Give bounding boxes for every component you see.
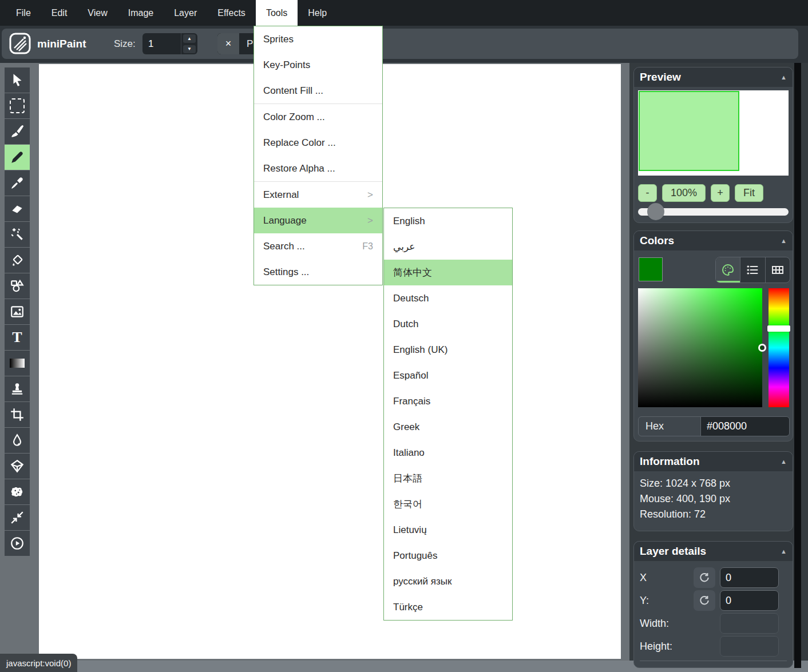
submenu-item-greek[interactable]: Greek (384, 414, 512, 440)
submenu-item-italiano[interactable]: Italiano (384, 440, 512, 466)
menu-view[interactable]: View (77, 0, 117, 26)
tool-select[interactable] (5, 67, 30, 93)
submenu-item-japanese[interactable]: 日本語 (384, 466, 512, 491)
submenu-item-label: Deutsch (393, 293, 429, 304)
submenu-item-deutsch[interactable]: Deutsch (384, 285, 512, 311)
submenu-item-arabic[interactable]: عربي (384, 234, 512, 260)
clear-button[interactable]: × (217, 33, 239, 54)
menu-item-search[interactable]: Search ...F3 (254, 233, 382, 259)
zoom-slider-thumb[interactable] (647, 203, 664, 220)
y-input[interactable] (720, 590, 779, 611)
menu-item-replace-color[interactable]: Replace Color ... (254, 130, 382, 156)
tool-resize[interactable] (5, 505, 30, 530)
menu-item-key-points[interactable]: Key-Points (254, 52, 382, 78)
submenu-item-label: English (393, 216, 425, 227)
preview-viewport[interactable] (638, 90, 789, 176)
tool-blur[interactable] (5, 428, 30, 453)
submenu-item-english-uk[interactable]: English (UK) (384, 337, 512, 363)
tool-desaturate[interactable] (5, 479, 30, 504)
menu-file[interactable]: File (6, 0, 41, 26)
x-reset-button[interactable] (694, 567, 715, 588)
tool-pencil[interactable] (5, 145, 30, 170)
size-input[interactable] (142, 33, 181, 54)
saturation-value-picker[interactable] (638, 288, 762, 407)
size-step-up-icon[interactable]: ▲ (183, 34, 196, 43)
size-control: ▲ ▼ (142, 33, 197, 54)
menu-item-external[interactable]: External> (254, 182, 382, 208)
y-label: Y: (640, 590, 649, 611)
tool-fill[interactable] (5, 248, 30, 273)
submenu-item-espanol[interactable]: Español (384, 363, 512, 388)
submenu-item-label: Türkçe (393, 602, 423, 613)
zoom-out-button[interactable]: - (638, 184, 657, 202)
collapse-arrow-icon[interactable]: ▲ (781, 548, 787, 555)
current-color-swatch[interactable] (639, 257, 663, 281)
submenu-item-label: Lietuvių (393, 524, 427, 536)
zoom-slider[interactable] (638, 208, 789, 216)
submenu-item-english[interactable]: English (384, 208, 512, 234)
tool-shapes[interactable] (5, 273, 30, 299)
hue-slider[interactable] (769, 288, 789, 407)
menu-item-settings[interactable]: Settings ... (254, 259, 382, 285)
menu-tools[interactable]: Tools (256, 0, 298, 26)
submenu-item-label: Dutch (393, 319, 418, 330)
menu-edit[interactable]: Edit (41, 0, 78, 26)
hex-label: Hex (639, 417, 700, 436)
tab-picker[interactable] (716, 257, 740, 283)
preview-panel-header: Preview ▲ (634, 67, 793, 87)
tool-clone[interactable] (5, 376, 30, 401)
sv-picker-cursor[interactable] (758, 344, 766, 352)
tool-animation[interactable] (5, 531, 30, 556)
submenu-item-russian[interactable]: русский язык (384, 568, 512, 594)
menu-item-restore-alpha[interactable]: Restore Alpha ... (254, 156, 382, 181)
tool-eyedropper[interactable] (5, 170, 30, 196)
submenu-item-portuguese[interactable]: Português (384, 543, 512, 568)
tool-media[interactable] (5, 299, 30, 324)
submenu-item-turkish[interactable]: Türkçe (384, 594, 512, 620)
tool-brush[interactable] (5, 119, 30, 144)
size-step-down-icon[interactable]: ▼ (183, 45, 196, 54)
menu-layer[interactable]: Layer (164, 0, 207, 26)
submenu-item-label: Español (393, 370, 428, 381)
menu-item-color-zoom[interactable]: Color Zoom ... (254, 104, 382, 130)
submenu-item-francais[interactable]: Français (384, 388, 512, 414)
submenu-item-label: Français (393, 396, 430, 407)
menu-item-language[interactable]: Language> (254, 208, 382, 233)
menu-help[interactable]: Help (298, 0, 337, 26)
zoom-level-button[interactable]: 100% (662, 184, 706, 202)
submenu-item-lithuanian[interactable]: Lietuvių (384, 517, 512, 543)
tool-eraser[interactable] (5, 196, 30, 221)
tool-selection[interactable] (5, 93, 30, 118)
panel-title: Layer details (640, 545, 706, 558)
collapse-arrow-icon[interactable]: ▲ (781, 74, 787, 81)
x-input[interactable] (720, 567, 779, 588)
height-input[interactable] (720, 636, 779, 657)
tab-grid[interactable] (766, 257, 790, 283)
information-panel-header: Information ▲ (634, 452, 793, 471)
hue-slider-handle[interactable] (767, 325, 790, 332)
collapse-arrow-icon[interactable]: ▲ (781, 237, 787, 244)
zoom-in-button[interactable]: + (711, 184, 730, 202)
tool-magic-wand[interactable] (5, 222, 30, 247)
crop-icon (10, 407, 25, 422)
submenu-item-korean[interactable]: 한국어 (384, 491, 512, 517)
tool-crop[interactable] (5, 402, 30, 427)
y-reset-button[interactable] (694, 590, 715, 611)
fit-button[interactable]: Fit (735, 184, 763, 202)
menu-item-label: Content Fill ... (263, 85, 323, 97)
sidebar-scrollbar[interactable] (794, 63, 801, 668)
tab-list[interactable] (740, 257, 765, 283)
hex-input[interactable] (700, 417, 789, 436)
menu-item-sprites[interactable]: Sprites (254, 26, 382, 52)
menu-item-content-fill[interactable]: Content Fill ... (254, 78, 382, 104)
color-mode-tabs (715, 257, 790, 283)
menu-image[interactable]: Image (118, 0, 164, 26)
collapse-arrow-icon[interactable]: ▲ (781, 458, 787, 465)
tool-gradient[interactable] (5, 351, 30, 376)
tool-sharpen[interactable] (5, 454, 30, 479)
submenu-item-dutch[interactable]: Dutch (384, 311, 512, 337)
menu-effects[interactable]: Effects (207, 0, 256, 26)
submenu-item-chinese-simplified[interactable]: 简体中文 (384, 260, 512, 285)
width-input[interactable] (720, 613, 779, 634)
tool-text[interactable]: T (5, 325, 30, 350)
